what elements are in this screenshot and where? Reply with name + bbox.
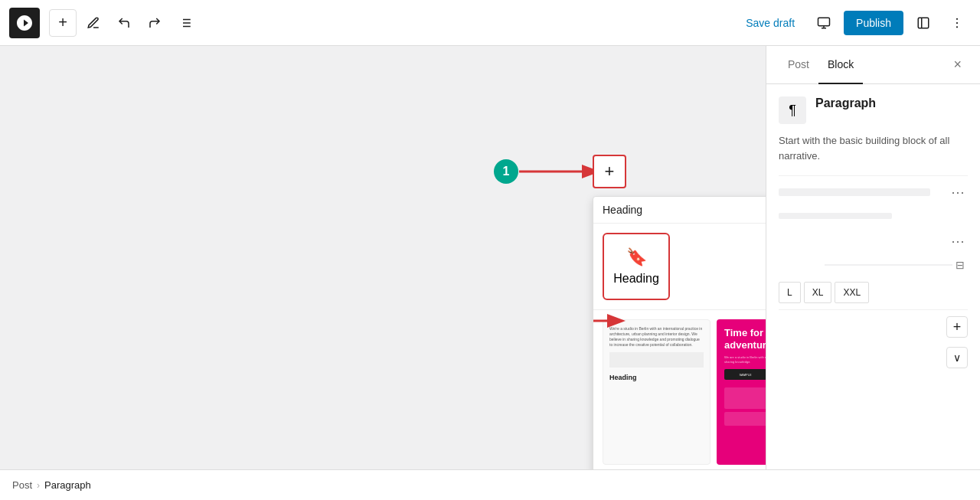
- breadcrumb: Post › Paragraph: [0, 469, 980, 500]
- heading-tile[interactable]: 🔖 Heading: [603, 233, 670, 300]
- undo-button[interactable]: [110, 9, 138, 37]
- add-block-button[interactable]: +: [49, 9, 77, 37]
- breadcrumb-separator: ›: [37, 480, 40, 491]
- sidebar-close-button[interactable]: ×: [947, 51, 968, 79]
- editor-canvas: 1 + × 2: [0, 46, 766, 469]
- svg-point-13: [956, 26, 958, 28]
- sidebar-tabs: Post Block ×: [766, 46, 980, 84]
- breadcrumb-post[interactable]: Post: [12, 479, 32, 491]
- toolbar: + Save draft Publish: [0, 0, 980, 46]
- right-sidebar: Post Block × ¶ Paragraph Start with the …: [766, 46, 980, 469]
- step-1-indicator: 1: [494, 159, 518, 184]
- view-button[interactable]: [810, 9, 838, 37]
- tab-block[interactable]: Block: [818, 46, 863, 84]
- preview-1-text: We're a studio in Berlin with an interna…: [609, 326, 704, 348]
- popup-search-row: ×: [593, 197, 766, 224]
- block-icon: ¶: [779, 96, 806, 124]
- plus-icon: +: [605, 162, 615, 181]
- add-section-row: +: [779, 309, 968, 344]
- size-more-icon[interactable]: ⋯: [948, 231, 968, 251]
- preview-1-heading: Heading: [609, 374, 704, 381]
- block-popup: × 2 🔖 Heading: [593, 196, 766, 469]
- svg-rect-6: [818, 18, 830, 26]
- tools-button[interactable]: [80, 9, 107, 37]
- section-row-1: ⋯: [779, 175, 968, 208]
- preview-2-body: We are a studio in Berlin with an intern…: [724, 355, 766, 364]
- save-draft-button[interactable]: Save draft: [737, 11, 804, 35]
- size-xl-button[interactable]: XL: [804, 282, 832, 303]
- size-l-button[interactable]: L: [779, 282, 801, 303]
- pattern-previews: We're a studio in Berlin with an interna…: [593, 309, 766, 469]
- settings-panel-button[interactable]: [910, 9, 937, 37]
- block-search-input[interactable]: [603, 204, 766, 216]
- heading-tile-label: Heading: [613, 272, 659, 286]
- block-name: Paragraph: [815, 96, 876, 110]
- preview-img-2: [724, 412, 766, 426]
- preview-dark-bar: SAMPLE: [724, 369, 766, 380]
- size-options-row: L XL XXL: [779, 282, 968, 303]
- heading-tile-icon: 🔖: [626, 247, 647, 267]
- redo-button[interactable]: [141, 9, 168, 37]
- collapse-button[interactable]: ∨: [946, 347, 968, 368]
- tab-post[interactable]: Post: [779, 46, 818, 84]
- block-tiles: 🔖 Heading: [593, 224, 766, 309]
- svg-rect-9: [918, 18, 929, 28]
- add-section-button[interactable]: +: [946, 316, 968, 338]
- canvas-block-inserter[interactable]: +: [593, 155, 626, 188]
- adjust-icon[interactable]: ⊟: [952, 257, 968, 273]
- block-info: ¶ Paragraph: [779, 96, 968, 124]
- preview-img-1: [724, 387, 766, 409]
- main-area: 1 + × 2: [0, 46, 980, 469]
- sidebar-content: ¶ Paragraph Start with the basic buildin…: [766, 84, 980, 469]
- svg-point-12: [956, 21, 958, 23]
- pattern-preview-2[interactable]: Time for an adventure We are a studio in…: [717, 319, 766, 465]
- size-section: ⋯ ⊟ L XL XXL: [779, 231, 968, 303]
- wp-logo: [9, 8, 40, 38]
- list-view-button[interactable]: [172, 9, 199, 37]
- more-options-icon[interactable]: ⋯: [948, 182, 968, 202]
- chevron-row: ∨: [779, 344, 968, 368]
- sidebar-section: ⋯: [779, 175, 968, 219]
- publish-button[interactable]: Publish: [844, 11, 903, 35]
- preview-2-title: Time for an adventure: [724, 327, 766, 351]
- block-description: Start with the basic building block of a…: [779, 133, 968, 163]
- breadcrumb-current: Paragraph: [44, 479, 91, 491]
- pattern-preview-1[interactable]: We're a studio in Berlin with an interna…: [603, 319, 710, 465]
- svg-point-11: [956, 18, 958, 19]
- more-options-button[interactable]: [943, 9, 971, 37]
- size-xxl-button[interactable]: XXL: [835, 282, 869, 303]
